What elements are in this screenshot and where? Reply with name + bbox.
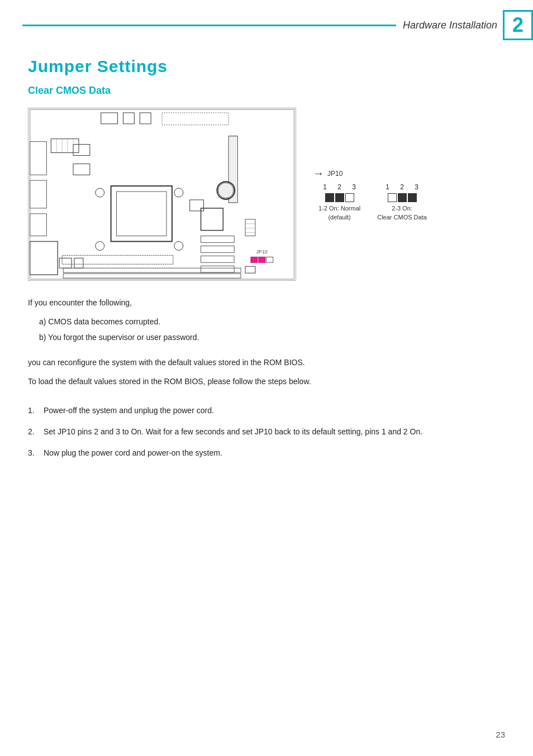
reconfigure-text: you can reconfigure the system with the … — [28, 356, 505, 370]
list-item-a: a) CMOS data becomes corrupted. — [39, 315, 505, 329]
jumper-caption-clear: 2-3 On:Clear CMOS Data — [377, 204, 427, 222]
pin-1-filled — [325, 193, 334, 202]
svg-rect-38 — [251, 257, 258, 262]
section-title: Jumper Settings — [28, 57, 505, 76]
diagram-area: JP10 → JP10 1 — [28, 108, 505, 281]
jumper-config-clear: 1 2 3 2-3 On:Clear CMOS Data — [377, 183, 427, 222]
step-item: 3.Now plug the power cord and power-on t… — [28, 447, 505, 460]
pins-visual-1 — [325, 193, 354, 202]
jumper-config-normal: 1 2 3 1-2 On: Normal(default) — [318, 183, 360, 222]
chapter-badge: 2 — [503, 10, 533, 40]
subsection-title: Clear CMOS Data — [28, 85, 505, 97]
pins-label-1: 1 2 3 — [321, 183, 359, 191]
step-item: 2.Set JP10 pins 2 and 3 to On. Wait for … — [28, 425, 505, 439]
header-title: Hardware Installation — [403, 20, 497, 31]
page-header: Hardware Installation 2 — [0, 0, 533, 40]
svg-rect-0 — [30, 109, 294, 279]
jumper-group: 1 2 3 1-2 On: Normal(default) 1 — [318, 183, 427, 222]
pin-2-filled-b — [398, 193, 407, 202]
list-item-b: b) You forgot the supervisor or user pas… — [39, 331, 505, 344]
jumper-caption-normal: 1-2 On: Normal(default) — [318, 204, 360, 222]
svg-point-32 — [218, 183, 234, 198]
step-number: 2. — [28, 425, 39, 439]
jp10-label: JP10 — [327, 170, 342, 178]
step-text: Set JP10 pins 2 and 3 to On. Wait for a … — [44, 425, 422, 439]
svg-rect-40 — [266, 257, 273, 262]
step-text: Power-off the system and unplug the powe… — [44, 404, 214, 418]
pin-2-filled — [335, 193, 344, 202]
motherboard-diagram: JP10 — [28, 108, 296, 281]
step-text: Now plug the power cord and power-on the… — [44, 447, 222, 460]
header-line — [22, 25, 396, 26]
svg-rect-39 — [259, 257, 265, 262]
steps-list: 1.Power-off the system and unplug the po… — [28, 404, 505, 460]
step-number: 3. — [28, 447, 39, 460]
jp10-arrow-group: → JP10 — [313, 167, 342, 180]
load-text: To load the default values stored in the… — [28, 375, 505, 389]
pins-label-2: 1 2 3 — [383, 183, 421, 191]
step-item: 1.Power-off the system and unplug the po… — [28, 404, 505, 418]
svg-text:JP10: JP10 — [256, 249, 267, 255]
pins-visual-2 — [388, 193, 417, 202]
intro-text: If you encounter the following, — [28, 296, 505, 310]
step-number: 1. — [28, 404, 39, 418]
page-number: 23 — [496, 730, 505, 739]
pin-1-empty — [388, 193, 397, 202]
pin-3-filled — [408, 193, 417, 202]
main-content: Jumper Settings Clear CMOS Data — [0, 40, 533, 490]
pin-3-empty — [345, 193, 354, 202]
